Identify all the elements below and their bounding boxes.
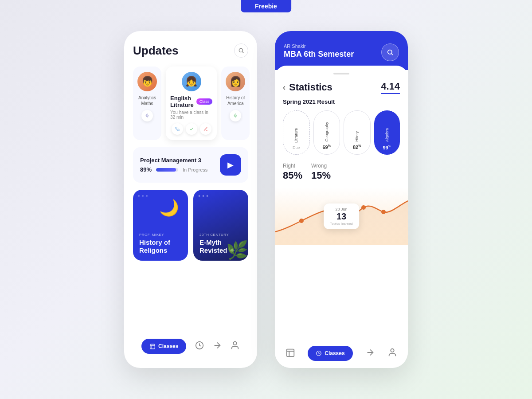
topics-chart: 28 Jun 13 Topics learned	[275, 188, 408, 245]
back-button[interactable]: ‹	[283, 83, 286, 92]
stats-header-left: AR Shakir MBA 6th Semester	[284, 43, 354, 59]
subject-name-hitory: Hitory	[355, 131, 359, 142]
book-title-1: History ofReligons	[139, 239, 182, 254]
svg-point-10	[388, 50, 392, 54]
wrong-label: Wrong	[311, 163, 331, 169]
chart-tooltip: 28 Jun 13 Topics learned	[324, 203, 359, 229]
class-badge: Class	[196, 98, 213, 105]
subject-algebra[interactable]: Algebra 99%	[374, 110, 400, 155]
book-label-1: PROF. MIKEY	[139, 233, 182, 237]
update-card-history[interactable]: 👩 History of America	[221, 66, 250, 140]
svg-point-0	[239, 48, 243, 52]
subject-hitory[interactable]: Hitory 82%	[344, 110, 371, 155]
calendar-nav-icon[interactable]	[286, 348, 295, 360]
update-card-analytics[interactable]: 👦 Analytics Maths	[133, 66, 161, 140]
update-cards-row: 👦 Analytics Maths 👧 English Li	[133, 66, 248, 140]
progress-title: Project Management 3	[140, 157, 215, 164]
semester-result-label: Spring 2021 Result	[283, 98, 400, 105]
tooltip-date: 28 Jun	[330, 207, 353, 211]
english-subtitle: You have a class in 32 min	[170, 110, 212, 120]
user-nav-icon-right[interactable]	[387, 348, 397, 360]
stats-search-button[interactable]	[381, 43, 399, 61]
svg-point-9	[233, 341, 236, 344]
card-actions-english	[172, 123, 211, 135]
svg-line-1	[243, 52, 244, 53]
right-value: 85%	[283, 170, 302, 181]
svg-rect-18	[287, 349, 294, 356]
mic-icon[interactable]	[141, 110, 153, 121]
svg-line-11	[391, 54, 393, 55]
stats-semester: MBA 6th Semester	[284, 50, 354, 59]
english-card-header: English Litrature Class	[170, 95, 212, 108]
svg-point-23	[391, 348, 394, 352]
svg-rect-3	[235, 114, 236, 116]
progress-info: Project Management 3 89% In Progress	[140, 157, 215, 173]
stars-decoration-2: ✦ ✦ ✦	[198, 194, 209, 198]
right-label: Right	[283, 163, 302, 169]
subject-score-geography: 69%	[323, 144, 331, 150]
svg-rect-4	[150, 344, 155, 349]
stats-nav-row: ‹ Statistics 4.14	[283, 81, 400, 94]
wrong-value: 15%	[311, 170, 331, 181]
progress-fill	[156, 168, 176, 172]
play-button[interactable]: ▶	[220, 154, 241, 176]
stats-user: AR Shakir	[284, 43, 354, 49]
arrows-nav-icon-right[interactable]	[365, 348, 375, 360]
check-icon[interactable]	[186, 123, 197, 135]
svg-point-16	[381, 210, 386, 214]
avatar-history: 👩	[226, 72, 245, 91]
subject-litrature[interactable]: Litrature Due	[283, 110, 310, 155]
tooltip-value: 13	[330, 211, 353, 222]
svg-point-15	[361, 205, 366, 210]
progress-status: In Progress	[183, 167, 207, 172]
history-nav-icon[interactable]	[195, 340, 204, 352]
book-card-history[interactable]: ✦ ✦ ✦ 🌙 PROF. MIKEY History ofReligons	[133, 190, 188, 261]
stats-score: 4.14	[381, 81, 400, 94]
nav-classes-button[interactable]: Classes	[141, 339, 186, 354]
moon-decoration: 🌙	[159, 199, 179, 217]
subject-score-hitory: 82%	[353, 144, 361, 150]
plant-decoration: 🌿	[226, 240, 248, 261]
updates-phone: Updates 👦 Analytics Maths	[124, 31, 257, 368]
stats-header: AR Shakir MBA 6th Semester	[275, 31, 408, 70]
tooltip-label: Topics learned	[330, 222, 353, 226]
updates-title: Updates	[133, 44, 179, 58]
search-button[interactable]	[234, 43, 248, 58]
subject-history: History of America	[226, 95, 245, 106]
wrong-item: Wrong 15%	[311, 163, 331, 181]
progress-bottom: 89% In Progress	[140, 166, 215, 173]
card-actions-analytics	[141, 110, 153, 121]
english-title: English Litrature	[170, 95, 194, 108]
subjects-row: Litrature Due Geography 69% Hitory 82% A…	[283, 110, 400, 155]
stars-decoration: ✦ ✦ ✦	[137, 194, 149, 198]
edit-icon[interactable]	[200, 123, 211, 135]
performance-row: Right 85% Wrong 15%	[283, 163, 400, 181]
english-card-content: English Litrature Class You have a class…	[170, 95, 212, 120]
user-nav-icon[interactable]	[230, 340, 240, 352]
card-actions-history	[230, 110, 241, 121]
freebie-banner: Freebie	[241, 0, 291, 12]
progress-card[interactable]: Project Management 3 89% In Progress ▶	[133, 147, 248, 183]
arrows-nav-icon[interactable]	[212, 340, 222, 352]
subject-analytics: Analytics Maths	[138, 95, 156, 106]
bottom-nav-left: Classes	[133, 334, 248, 361]
mic-icon-2[interactable]	[230, 110, 241, 121]
stats-body: ‹ Statistics 4.14 Spring 2021 Result Lit…	[275, 66, 408, 341]
subject-name-litrature: Litrature	[294, 128, 298, 143]
due-label: Due	[293, 145, 300, 150]
progress-bar	[156, 168, 178, 172]
phone-icon[interactable]	[172, 123, 183, 135]
svg-point-12	[299, 219, 304, 223]
book-card-emyth[interactable]: ✦ ✦ ✦ 🌿 20TH CENTURY E-MythRevisted ✦	[193, 190, 248, 261]
svg-rect-2	[147, 114, 148, 116]
update-card-english[interactable]: 👧 English Litrature Class You have a cla…	[166, 66, 217, 140]
book-label-2: 20TH CENTURY	[200, 233, 242, 237]
bottom-nav-right: Classes	[275, 341, 408, 368]
subject-name-geography: Geography	[325, 122, 329, 142]
subject-geography[interactable]: Geography 69%	[313, 110, 340, 155]
nav-classes-button-right[interactable]: Classes	[308, 346, 352, 361]
book-cards-row: ✦ ✦ ✦ 🌙 PROF. MIKEY History ofReligons ✦…	[133, 190, 248, 261]
stats-title: Statistics	[289, 82, 381, 93]
statistics-phone: AR Shakir MBA 6th Semester ‹ Statistics …	[275, 31, 408, 368]
subject-name-algebra: Algebra	[385, 128, 389, 142]
